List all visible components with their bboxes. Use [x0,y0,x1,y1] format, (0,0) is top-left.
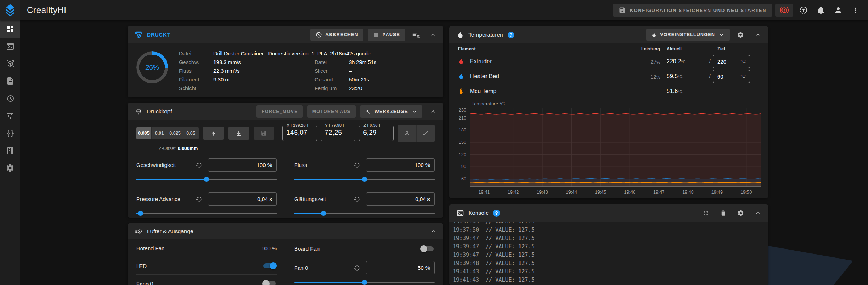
reset-button[interactable] [351,160,362,171]
temp-row-extruder[interactable]: Extruder27%220.2°C/220°C [449,54,768,69]
presets-dropdown-button[interactable]: VOREINSTELLUNGEN [646,29,730,41]
toggle-switch[interactable] [262,262,277,269]
axis-arrow-icon [404,130,411,137]
reset-button[interactable] [351,263,362,273]
slider-thumb[interactable] [362,280,367,285]
sidebar-item-settings[interactable] [0,159,20,177]
slider-thumb[interactable] [362,177,367,182]
collapse-panel-button[interactable] [751,206,764,219]
slider[interactable] [294,278,435,285]
console-clear-button[interactable] [717,206,730,219]
babystep-option[interactable]: 0.005 [136,127,152,139]
help-icon[interactable]: ? [508,32,514,38]
value-input[interactable]: 0,04 s [208,192,277,206]
exclude-object-button[interactable] [409,28,422,41]
stat-row: Fertig um23:20 [314,84,435,93]
chevron-up-icon [754,31,761,38]
tools-icon [365,109,371,115]
notifications-button[interactable] [814,3,828,17]
slider[interactable] [294,175,435,184]
toggle-switch[interactable] [420,245,435,252]
fire-icon [651,32,657,38]
svg-text:19:48: 19:48 [682,190,693,195]
console-panel: Konsole ? 19:37:49// VALUE: 127.519:37:5… [449,204,768,285]
sidebar-item-history[interactable] [0,90,20,107]
value-input[interactable]: 100 % [208,158,277,172]
temp-row-mcu-temp[interactable]: Mcu Temp51.6°C [449,84,768,99]
z-offset-save-button[interactable] [254,127,275,140]
sidebar-item-dashboard[interactable] [0,20,20,38]
babystep-option[interactable]: 0.01 [152,127,167,139]
babystep-group: 0.0050.010.0250.05 [136,127,199,139]
stat-row: Schicht– [179,84,314,93]
position-field-y[interactable]: Y [ 79.98 ]72,25 [321,126,355,141]
babystep-option[interactable]: 0.05 [183,127,199,139]
console-line: 19:41:43// VALUE: 127.5 [453,276,768,284]
collapse-panel-button[interactable] [751,28,764,41]
fan-value-input[interactable]: 50 % [366,261,435,274]
emergency-stop-button[interactable] [775,4,793,17]
slider[interactable] [136,175,277,184]
slider-group: Fluss100 % [294,158,435,184]
pause-icon [373,32,379,38]
element-label: Heater Bed [470,73,499,80]
dashboard-icon [6,25,14,33]
save-config-restart-button[interactable]: KONFIGURATION SPEICHERN UND NEU STARTEN [613,4,772,17]
sidebar-item-machine[interactable] [0,142,20,159]
arrow-up-bar-icon [210,130,217,137]
chevron-up-icon [754,209,761,217]
sidebar-item-gcode-files[interactable] [0,72,20,90]
help-icon[interactable]: ? [493,210,500,217]
fan-label: Board Fan [294,246,420,252]
slider-thumb[interactable] [321,211,326,216]
sidebar-item-tune[interactable] [0,107,20,125]
account-button[interactable] [831,3,846,17]
z-offset-display: Z-Offset0.000mm [128,142,443,151]
position-field-z[interactable]: Z [ 6.36 ]6,29 [359,126,394,141]
console-fullscreen-button[interactable] [699,206,712,219]
force-move-button[interactable]: FORCE_MOVE [256,105,303,118]
reset-button[interactable] [193,194,204,205]
motors-off-button[interactable]: MOTOREN AUS [307,105,356,118]
slider-thumb[interactable] [204,177,209,182]
collapse-panel-button[interactable] [427,105,440,118]
fan-label: Fanp 0 [136,281,262,285]
sidebar-item-gcode-viewer[interactable] [0,55,20,72]
cross-move-mode-button[interactable] [398,125,416,142]
z-offset-down-button[interactable] [228,127,249,140]
slider[interactable] [136,209,277,218]
upload-print-button[interactable] [796,3,811,17]
value-input[interactable]: 100 % [366,158,435,172]
pause-print-button[interactable]: PAUSE [368,29,405,41]
temp-row-heater-bed[interactable]: Heater Bed12%59.5°C/60°C [449,69,768,84]
reset-button[interactable] [193,160,204,171]
position-field-x[interactable]: X [ 199.26 ]146,07 [282,126,317,141]
fan-row: Board Fan [294,239,435,258]
target-temperature-input[interactable]: 220°C [713,55,750,68]
overflow-menu-button[interactable] [848,3,863,17]
sidebar-item-machine-config[interactable] [0,125,20,142]
console-settings-button[interactable] [734,206,747,219]
console-message: // VALUE: 127.5 [485,222,534,225]
z-offset-up-button[interactable] [203,127,224,140]
slider[interactable] [294,209,435,218]
collapse-panel-button[interactable] [427,225,440,238]
babystep-option[interactable]: 0.025 [167,127,183,139]
slider-group: Pressure Advance0,04 s [136,192,277,218]
target-temperature-input[interactable]: 60°C [713,70,750,83]
collapse-panel-button[interactable] [427,28,440,41]
bell-icon [817,6,825,14]
toggle-switch[interactable] [262,280,277,285]
sidebar-item-console[interactable] [0,38,20,55]
value-input[interactable]: 0,04 s [366,192,435,206]
cancel-print-button[interactable]: ABBRECHEN [310,29,363,41]
tools-dropdown-button[interactable]: WERKZEUGE [360,105,422,118]
print-status-panel-header: DRUCKT ABBRECHEN PAUSE [128,26,443,43]
reset-button[interactable] [351,194,362,205]
console-log[interactable]: 19:37:49// VALUE: 127.519:37:50// VALUE:… [449,222,768,285]
bar-move-mode-button[interactable] [417,125,435,142]
arrow-down-bar-icon [235,130,242,137]
slider-thumb[interactable] [138,211,143,216]
stat-label: Slicer [314,67,349,75]
panel-settings-button[interactable] [734,28,747,41]
